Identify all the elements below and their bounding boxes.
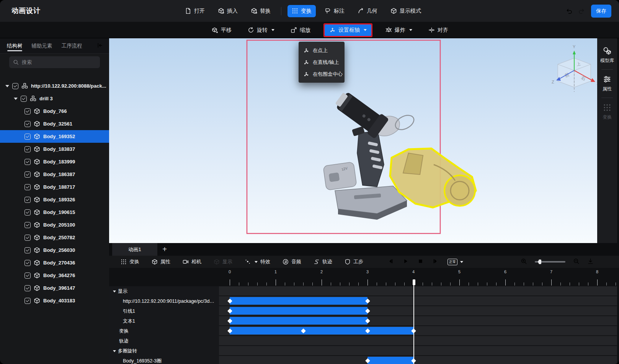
checkbox[interactable] [24, 222, 31, 228]
checkbox[interactable] [24, 209, 31, 215]
checkbox[interactable] [24, 260, 31, 266]
track-label-row[interactable]: 轨迹 [109, 336, 219, 346]
track-row[interactable] [219, 286, 617, 296]
display-mode-button[interactable]: 显示模式 [386, 5, 425, 17]
set-pivot-button[interactable]: 设置枢轴 [325, 24, 371, 36]
button-stop[interactable] [418, 258, 423, 266]
checkbox[interactable] [24, 146, 31, 152]
tree-item-body_190615[interactable]: Body_190615 [0, 206, 109, 219]
timeline-tool-trajectory[interactable]: 轨迹 [314, 258, 332, 265]
rail-model-library[interactable]: 模型库 [597, 44, 617, 67]
align-button[interactable]: 对齐 [425, 24, 451, 36]
checkbox[interactable] [24, 184, 31, 190]
timeline-bar[interactable] [230, 307, 367, 315]
track-label-row[interactable]: http://10.122.92.200:9011/package/pc/3dc… [109, 296, 219, 306]
timeline-bar[interactable] [230, 317, 367, 325]
track-row[interactable] [219, 316, 617, 326]
track-row[interactable] [219, 346, 617, 356]
track-label-group-row[interactable]: 多圈旋转 [109, 346, 219, 356]
timeline-tool-transform[interactable]: 变换 [121, 258, 139, 265]
tree-item-body_188717[interactable]: Body_188717 [0, 181, 109, 193]
explode-button[interactable]: 爆炸 [382, 24, 415, 36]
track-label-row[interactable]: 变换 [109, 326, 219, 336]
group-caret-icon[interactable] [113, 350, 116, 352]
checkbox[interactable] [24, 197, 31, 203]
timeline-bar[interactable] [367, 357, 413, 364]
track-area[interactable]: 012345678 [219, 268, 617, 364]
button-step-back[interactable] [388, 258, 394, 266]
tree-item-body_766[interactable]: Body_766 [0, 105, 109, 118]
battery-pack[interactable] [323, 162, 357, 191]
tree-item-body_364276[interactable]: Body_364276 [0, 269, 109, 282]
expand-caret-icon[interactable] [14, 98, 18, 100]
checkbox[interactable] [24, 235, 31, 241]
export-button[interactable] [587, 258, 594, 266]
rail-properties[interactable]: 属性 [597, 72, 617, 95]
checkbox[interactable] [24, 298, 31, 304]
geometry-button[interactable]: 几何 [353, 5, 382, 17]
playhead-handle[interactable] [413, 279, 415, 285]
tree-item-body_250782[interactable]: Body_250782 [0, 231, 109, 244]
tree-item-body_186387[interactable]: Body_186387 [0, 168, 109, 181]
checkbox[interactable] [24, 159, 31, 165]
menu-item-on-line-axis[interactable]: 在直线/轴上 [299, 56, 345, 68]
transform-button[interactable]: 变换 [287, 5, 316, 17]
save-button[interactable]: 保存 [591, 5, 611, 18]
playhead[interactable] [413, 279, 414, 364]
insert-button[interactable]: 插入 [214, 5, 242, 17]
button-play[interactable] [403, 258, 408, 266]
zoom-out-button[interactable] [573, 258, 580, 266]
open-button[interactable]: 打开 [181, 5, 209, 17]
playback-speed-selector[interactable]: 正常 [448, 259, 463, 265]
timeline-tool-effects[interactable]: 特效 [245, 258, 270, 265]
add-animation-button[interactable]: + [158, 243, 171, 256]
track-label-row[interactable]: 文本1 [109, 316, 219, 326]
pan-button[interactable]: 平移 [209, 24, 235, 36]
tree-item-body_32561[interactable]: Body_32561 [0, 118, 109, 130]
menu-item-on-bbox-center[interactable]: 在包围盒中心 [299, 68, 345, 80]
track-row[interactable] [219, 296, 617, 306]
tree-item-body_403183[interactable]: Body_403183 [0, 294, 109, 307]
tree-item-root[interactable]: http://10.122.92.200:8088/pack... [0, 80, 109, 92]
track-label-row[interactable]: 引线1 [109, 306, 219, 316]
collapse-sidebar-icon[interactable] [96, 42, 103, 49]
timeline-bar[interactable] [230, 297, 367, 305]
tab-aux-elements[interactable]: 辅助元素 [32, 38, 52, 53]
checkbox[interactable] [24, 171, 31, 178]
timeline-tool-properties[interactable]: 属性 [152, 258, 170, 265]
timeline-tool-camera[interactable]: 相机 [183, 258, 201, 265]
button-step-forward[interactable] [433, 258, 438, 266]
checkbox[interactable] [24, 108, 31, 114]
slider-handle[interactable] [538, 260, 541, 264]
scale-button[interactable]: 缩放 [287, 24, 314, 36]
tree-item-drill-3[interactable]: drill 3 [0, 92, 109, 105]
checkbox[interactable] [24, 247, 31, 253]
tree-item-body_183999[interactable]: Body_183999 [0, 155, 109, 168]
viewport-3d[interactable]: 12V [109, 38, 597, 243]
zoom-in-button[interactable] [521, 258, 527, 266]
tree-item-body_256030[interactable]: Body_256030 [0, 244, 109, 256]
tree-item-body_189326[interactable]: Body_189326 [0, 193, 109, 206]
redo-icon[interactable] [578, 8, 585, 14]
rotate-button[interactable]: 旋转 [245, 24, 278, 36]
tree-item-body_270436[interactable]: Body_270436 [0, 256, 109, 269]
checkbox[interactable] [24, 285, 31, 291]
tree-item-body_396147[interactable]: Body_396147 [0, 282, 109, 294]
tab-structure-tree[interactable]: 结构树 [7, 38, 23, 53]
tree-item-body_169352[interactable]: Body_169352 [0, 130, 109, 143]
timeline-zoom-slider[interactable] [535, 261, 565, 263]
checkbox[interactable] [21, 96, 27, 102]
tree-item-body_205100[interactable]: Body_205100 [0, 219, 109, 231]
track-row[interactable] [219, 356, 617, 364]
undo-icon[interactable] [566, 8, 572, 14]
track-row[interactable] [219, 306, 617, 316]
search-input[interactable]: 搜索 [9, 56, 100, 68]
checkbox[interactable] [24, 121, 31, 127]
menu-item-on-point[interactable]: 在点上 [299, 44, 345, 56]
expand-caret-icon[interactable] [5, 85, 9, 87]
annotate-button[interactable]: 标注 [320, 5, 349, 17]
tab-process-flow[interactable]: 工序流程 [62, 38, 82, 53]
checkbox[interactable] [24, 273, 31, 279]
timeline-bar[interactable] [230, 327, 413, 335]
timeline-tool-audio[interactable]: 音频 [283, 258, 301, 265]
